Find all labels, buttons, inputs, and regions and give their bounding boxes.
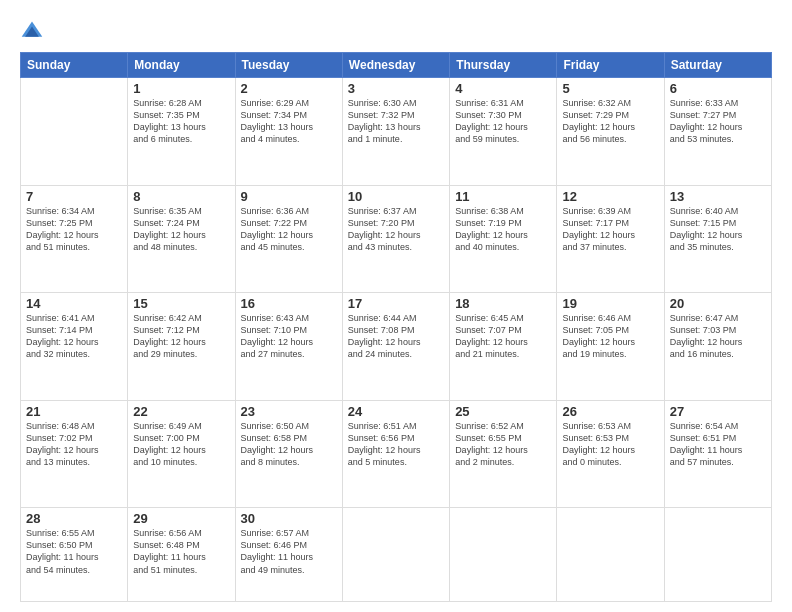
day-number: 28 [26, 511, 122, 526]
calendar-cell: 29Sunrise: 6:56 AM Sunset: 6:48 PM Dayli… [128, 508, 235, 602]
calendar-cell: 11Sunrise: 6:38 AM Sunset: 7:19 PM Dayli… [450, 185, 557, 293]
calendar-cell: 14Sunrise: 6:41 AM Sunset: 7:14 PM Dayli… [21, 293, 128, 401]
calendar-cell [342, 508, 449, 602]
day-number: 10 [348, 189, 444, 204]
page-header [20, 18, 772, 42]
day-info: Sunrise: 6:41 AM Sunset: 7:14 PM Dayligh… [26, 312, 122, 361]
calendar-cell: 18Sunrise: 6:45 AM Sunset: 7:07 PM Dayli… [450, 293, 557, 401]
calendar-cell: 24Sunrise: 6:51 AM Sunset: 6:56 PM Dayli… [342, 400, 449, 508]
day-info: Sunrise: 6:37 AM Sunset: 7:20 PM Dayligh… [348, 205, 444, 254]
calendar-week-row: 14Sunrise: 6:41 AM Sunset: 7:14 PM Dayli… [21, 293, 772, 401]
day-info: Sunrise: 6:45 AM Sunset: 7:07 PM Dayligh… [455, 312, 551, 361]
calendar-week-row: 1Sunrise: 6:28 AM Sunset: 7:35 PM Daylig… [21, 78, 772, 186]
day-info: Sunrise: 6:30 AM Sunset: 7:32 PM Dayligh… [348, 97, 444, 146]
calendar-cell: 13Sunrise: 6:40 AM Sunset: 7:15 PM Dayli… [664, 185, 771, 293]
calendar-cell: 1Sunrise: 6:28 AM Sunset: 7:35 PM Daylig… [128, 78, 235, 186]
day-number: 15 [133, 296, 229, 311]
day-number: 8 [133, 189, 229, 204]
calendar-cell [450, 508, 557, 602]
calendar-cell: 3Sunrise: 6:30 AM Sunset: 7:32 PM Daylig… [342, 78, 449, 186]
calendar-cell: 9Sunrise: 6:36 AM Sunset: 7:22 PM Daylig… [235, 185, 342, 293]
day-info: Sunrise: 6:33 AM Sunset: 7:27 PM Dayligh… [670, 97, 766, 146]
calendar-cell: 15Sunrise: 6:42 AM Sunset: 7:12 PM Dayli… [128, 293, 235, 401]
day-info: Sunrise: 6:36 AM Sunset: 7:22 PM Dayligh… [241, 205, 337, 254]
day-header-friday: Friday [557, 53, 664, 78]
logo [20, 18, 48, 42]
calendar-cell: 20Sunrise: 6:47 AM Sunset: 7:03 PM Dayli… [664, 293, 771, 401]
day-info: Sunrise: 6:44 AM Sunset: 7:08 PM Dayligh… [348, 312, 444, 361]
day-info: Sunrise: 6:55 AM Sunset: 6:50 PM Dayligh… [26, 527, 122, 576]
day-info: Sunrise: 6:34 AM Sunset: 7:25 PM Dayligh… [26, 205, 122, 254]
calendar-cell: 19Sunrise: 6:46 AM Sunset: 7:05 PM Dayli… [557, 293, 664, 401]
day-info: Sunrise: 6:32 AM Sunset: 7:29 PM Dayligh… [562, 97, 658, 146]
calendar-cell: 30Sunrise: 6:57 AM Sunset: 6:46 PM Dayli… [235, 508, 342, 602]
calendar-table: SundayMondayTuesdayWednesdayThursdayFrid… [20, 52, 772, 602]
day-header-saturday: Saturday [664, 53, 771, 78]
day-number: 6 [670, 81, 766, 96]
day-info: Sunrise: 6:29 AM Sunset: 7:34 PM Dayligh… [241, 97, 337, 146]
day-header-wednesday: Wednesday [342, 53, 449, 78]
day-info: Sunrise: 6:43 AM Sunset: 7:10 PM Dayligh… [241, 312, 337, 361]
day-info: Sunrise: 6:51 AM Sunset: 6:56 PM Dayligh… [348, 420, 444, 469]
calendar-cell: 12Sunrise: 6:39 AM Sunset: 7:17 PM Dayli… [557, 185, 664, 293]
calendar-cell: 27Sunrise: 6:54 AM Sunset: 6:51 PM Dayli… [664, 400, 771, 508]
day-header-monday: Monday [128, 53, 235, 78]
day-number: 20 [670, 296, 766, 311]
day-info: Sunrise: 6:39 AM Sunset: 7:17 PM Dayligh… [562, 205, 658, 254]
day-info: Sunrise: 6:47 AM Sunset: 7:03 PM Dayligh… [670, 312, 766, 361]
day-info: Sunrise: 6:31 AM Sunset: 7:30 PM Dayligh… [455, 97, 551, 146]
calendar-header-row: SundayMondayTuesdayWednesdayThursdayFrid… [21, 53, 772, 78]
calendar-cell: 7Sunrise: 6:34 AM Sunset: 7:25 PM Daylig… [21, 185, 128, 293]
day-number: 29 [133, 511, 229, 526]
calendar-cell: 2Sunrise: 6:29 AM Sunset: 7:34 PM Daylig… [235, 78, 342, 186]
day-number: 11 [455, 189, 551, 204]
calendar-cell: 28Sunrise: 6:55 AM Sunset: 6:50 PM Dayli… [21, 508, 128, 602]
calendar-cell [557, 508, 664, 602]
day-info: Sunrise: 6:53 AM Sunset: 6:53 PM Dayligh… [562, 420, 658, 469]
day-header-sunday: Sunday [21, 53, 128, 78]
calendar-cell: 17Sunrise: 6:44 AM Sunset: 7:08 PM Dayli… [342, 293, 449, 401]
day-number: 1 [133, 81, 229, 96]
calendar-cell: 22Sunrise: 6:49 AM Sunset: 7:00 PM Dayli… [128, 400, 235, 508]
day-number: 4 [455, 81, 551, 96]
calendar-cell: 23Sunrise: 6:50 AM Sunset: 6:58 PM Dayli… [235, 400, 342, 508]
day-number: 22 [133, 404, 229, 419]
calendar-week-row: 28Sunrise: 6:55 AM Sunset: 6:50 PM Dayli… [21, 508, 772, 602]
day-number: 9 [241, 189, 337, 204]
day-info: Sunrise: 6:42 AM Sunset: 7:12 PM Dayligh… [133, 312, 229, 361]
day-header-tuesday: Tuesday [235, 53, 342, 78]
day-number: 26 [562, 404, 658, 419]
calendar-week-row: 7Sunrise: 6:34 AM Sunset: 7:25 PM Daylig… [21, 185, 772, 293]
day-info: Sunrise: 6:38 AM Sunset: 7:19 PM Dayligh… [455, 205, 551, 254]
day-number: 14 [26, 296, 122, 311]
calendar-cell: 10Sunrise: 6:37 AM Sunset: 7:20 PM Dayli… [342, 185, 449, 293]
logo-icon [20, 18, 44, 42]
calendar-cell: 21Sunrise: 6:48 AM Sunset: 7:02 PM Dayli… [21, 400, 128, 508]
day-number: 19 [562, 296, 658, 311]
day-number: 23 [241, 404, 337, 419]
day-number: 16 [241, 296, 337, 311]
day-number: 21 [26, 404, 122, 419]
day-info: Sunrise: 6:50 AM Sunset: 6:58 PM Dayligh… [241, 420, 337, 469]
day-number: 25 [455, 404, 551, 419]
calendar-cell: 8Sunrise: 6:35 AM Sunset: 7:24 PM Daylig… [128, 185, 235, 293]
day-number: 17 [348, 296, 444, 311]
calendar-cell [664, 508, 771, 602]
day-info: Sunrise: 6:54 AM Sunset: 6:51 PM Dayligh… [670, 420, 766, 469]
day-info: Sunrise: 6:49 AM Sunset: 7:00 PM Dayligh… [133, 420, 229, 469]
day-number: 24 [348, 404, 444, 419]
day-info: Sunrise: 6:52 AM Sunset: 6:55 PM Dayligh… [455, 420, 551, 469]
calendar-week-row: 21Sunrise: 6:48 AM Sunset: 7:02 PM Dayli… [21, 400, 772, 508]
day-number: 2 [241, 81, 337, 96]
day-number: 30 [241, 511, 337, 526]
calendar-cell: 6Sunrise: 6:33 AM Sunset: 7:27 PM Daylig… [664, 78, 771, 186]
day-info: Sunrise: 6:28 AM Sunset: 7:35 PM Dayligh… [133, 97, 229, 146]
day-info: Sunrise: 6:46 AM Sunset: 7:05 PM Dayligh… [562, 312, 658, 361]
calendar-cell: 5Sunrise: 6:32 AM Sunset: 7:29 PM Daylig… [557, 78, 664, 186]
calendar-cell [21, 78, 128, 186]
day-number: 3 [348, 81, 444, 96]
day-number: 13 [670, 189, 766, 204]
day-header-thursday: Thursday [450, 53, 557, 78]
day-info: Sunrise: 6:48 AM Sunset: 7:02 PM Dayligh… [26, 420, 122, 469]
day-info: Sunrise: 6:57 AM Sunset: 6:46 PM Dayligh… [241, 527, 337, 576]
